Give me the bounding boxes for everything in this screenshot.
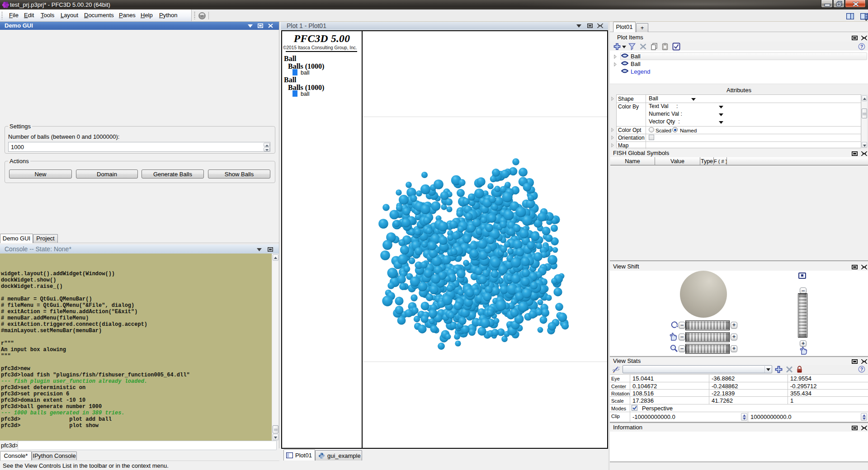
svg-text:?: ? (860, 44, 863, 49)
svg-text:?: ? (860, 367, 863, 372)
